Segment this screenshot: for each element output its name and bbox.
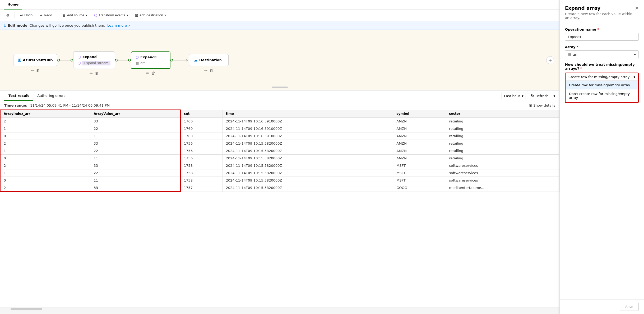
redo-icon — [39, 13, 43, 17]
col-header-symbol: symbol — [393, 110, 446, 118]
horizontal-scrollbar[interactable] — [0, 307, 559, 311]
arr-icon — [136, 61, 139, 65]
separator2 — [57, 12, 57, 18]
gear-icon — [6, 13, 10, 17]
time-range-bar: Time range: 11/14/24 05:09:41 PM - 11/14… — [0, 101, 559, 110]
table-cell: 2 — [0, 184, 90, 192]
table-cell: 33 — [90, 118, 180, 125]
node-expand[interactable]: Expand Expand-stream ✏ 🗑 — [73, 51, 115, 69]
array-select[interactable]: arr ▾ — [565, 50, 639, 58]
required-marker: * — [597, 27, 599, 31]
top-tab-bar: Home ✏ Edit ▾ — [0, 0, 644, 9]
bottom-panel: Test result Authoring errors Last hour ▾… — [0, 91, 559, 311]
node3-edit-icon[interactable]: ✏ — [146, 71, 149, 75]
connector2-dot — [115, 59, 118, 61]
learn-more-link[interactable]: Learn more — [107, 23, 130, 27]
node4-edit-icon[interactable]: ✏ — [204, 68, 207, 73]
close-panel-button[interactable]: ✕ — [635, 5, 639, 11]
col-header-cnt: cnt — [180, 110, 223, 118]
panel-tab-bar: Test result Authoring errors Last hour ▾… — [0, 91, 559, 101]
node-destination[interactable]: Destination ✏ 🗑 — [189, 54, 229, 66]
undo-button[interactable]: Undo — [17, 12, 35, 19]
table-cell: 1760 — [180, 125, 223, 132]
settings-button[interactable] — [3, 12, 12, 19]
connector-line — [60, 60, 71, 60]
node3-delete-icon[interactable]: 🗑 — [151, 71, 155, 75]
table-cell: 2024-11-14T09:10:16.5910000Z — [223, 118, 393, 125]
node1-edit-icon[interactable]: ✏ — [31, 68, 34, 73]
operation-name-input[interactable] — [565, 33, 639, 41]
panel-chevron-icon[interactable]: ▾ — [553, 94, 555, 98]
node2-subtitle: Expand-stream — [78, 61, 111, 65]
table-cell: retailing — [446, 118, 559, 125]
refresh-button[interactable]: Refresh — [528, 92, 552, 99]
connector2 — [115, 59, 131, 61]
node4-actions: ✏ 🗑 — [204, 68, 213, 73]
right-panel-body: Operation name * Array * arr ▾ How shoul… — [560, 23, 644, 299]
table-row: 01117582024-11-14T09:10:15.5820000ZMSFTs… — [0, 177, 559, 184]
node3-actions: ✏ 🗑 — [146, 71, 155, 75]
node2-delete-icon[interactable]: 🗑 — [95, 71, 99, 75]
col-header-arrayvalue: ArrayValue_arr — [90, 110, 180, 118]
node2-edit-icon[interactable]: ✏ — [90, 71, 93, 75]
add-source-button[interactable]: Add source — [59, 12, 90, 19]
arrow-svg — [184, 59, 189, 61]
connector-dot2 — [71, 59, 73, 61]
option-create-row[interactable]: Create row for missing/empty array — [566, 81, 638, 89]
table-cell: 1756 — [180, 155, 223, 162]
table-cell: retailing — [446, 140, 559, 147]
edit-banner-message: Changes will go live once you publish th… — [30, 23, 105, 27]
table-cell: retailing — [446, 132, 559, 140]
transform-events-button[interactable]: Transform events — [91, 12, 131, 19]
node-expand1[interactable]: Expand1 arr ✏ 🗑 — [131, 51, 170, 69]
table-cell: 11 — [90, 132, 180, 140]
table-cell: 2024-11-14T09:10:16.5910000Z — [223, 125, 393, 132]
tab-test-result[interactable]: Test result — [4, 91, 33, 101]
tab-authoring-errors[interactable]: Authoring errors — [33, 91, 70, 101]
show-details-button[interactable]: Show details — [529, 103, 555, 107]
col-header-time: time — [223, 110, 393, 118]
right-panel-footer: Save — [560, 299, 644, 311]
node4-delete-icon[interactable]: 🗑 — [210, 68, 213, 73]
undo-icon — [20, 13, 23, 17]
table-cell: 2024-11-14T09:10:15.5820000Z — [223, 169, 393, 177]
treatment-select[interactable]: Create row for missing/empty array ▾ — [566, 73, 638, 80]
table-row: 01117602024-11-14T09:10:16.5910000ZAMZNr… — [0, 132, 559, 140]
col-header-arrayindex: ArrayIndex_arr — [0, 110, 90, 118]
node-azure-event-hub[interactable]: AzureEventHub ✏ 🗑 — [13, 54, 57, 66]
treatment-options: Create row for missing/empty array Don't… — [566, 80, 638, 102]
connector-dot — [57, 59, 60, 61]
connector3-line — [173, 60, 184, 60]
table-cell: AMZN — [393, 132, 446, 140]
table-row: 23317582024-11-14T09:10:15.5820000ZMSFTs… — [0, 162, 559, 169]
table-cell: 1756 — [180, 147, 223, 155]
time-range-info: Time range: 11/14/24 05:09:41 PM - 11/14… — [4, 103, 110, 107]
add-source-icon — [62, 13, 66, 17]
node2-actions: ✏ 🗑 — [90, 71, 99, 75]
required-marker3: * — [580, 66, 582, 70]
tab-home[interactable]: Home — [4, 0, 22, 9]
table-cell: 11 — [90, 177, 180, 184]
time-select[interactable]: Last hour ▾ — [502, 93, 526, 99]
redo-button[interactable]: Redo — [36, 12, 55, 19]
table-row: 23317572024-11-14T09:10:15.5820000ZGOOGm… — [0, 184, 559, 192]
add-node-button[interactable]: + — [546, 56, 554, 64]
table-cell: 1 — [0, 169, 90, 177]
node3-title: Expand1 — [136, 55, 166, 59]
node1-actions: ✏ 🗑 — [31, 68, 40, 73]
expand-icon — [78, 55, 81, 59]
add-destination-button[interactable]: Add destination — [132, 12, 169, 19]
table-cell: 2024-11-14T09:10:15.5820000Z — [223, 147, 393, 155]
transform-icon — [94, 13, 97, 17]
table-cell: 2024-11-14T09:10:15.5820000Z — [223, 155, 393, 162]
add-destination-chevron-icon — [164, 13, 166, 17]
refresh-icon — [531, 93, 534, 98]
main-area: AzureEventHub ✏ 🗑 Expand — [0, 30, 559, 311]
save-button[interactable]: Save — [620, 303, 639, 311]
details-icon — [529, 103, 532, 107]
canvas-area: AzureEventHub ✏ 🗑 Expand — [0, 30, 559, 91]
option-dont-create-row[interactable]: Don't create row for missing/empty array — [566, 89, 638, 102]
arr-select-icon — [568, 52, 571, 56]
table-cell: 2024-11-14T09:10:15.5820000Z — [223, 184, 393, 192]
node1-delete-icon[interactable]: 🗑 — [36, 68, 40, 73]
